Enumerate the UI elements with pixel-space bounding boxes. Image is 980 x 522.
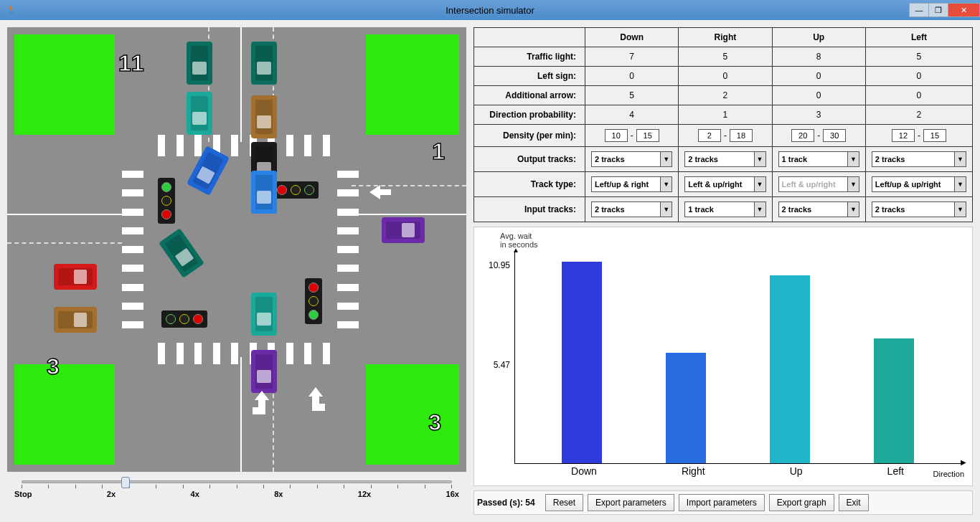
density-input[interactable] [923, 129, 946, 142]
export-graph-button[interactable]: Export graph [769, 494, 834, 511]
chevron-down-icon: ▼ [954, 177, 966, 191]
close-button[interactable]: ✕ [948, 3, 980, 17]
track-type-select[interactable]: Left/up & right▼ [591, 176, 672, 192]
minimize-button[interactable]: — [909, 3, 929, 17]
chevron-down-icon: ▼ [847, 177, 859, 191]
input-tracks-select[interactable]: 2 tracks▼ [872, 201, 966, 217]
exit-button[interactable]: Exit [839, 494, 869, 511]
chevron-down-icon: ▼ [660, 177, 672, 191]
passed-label: Passed (s): 54 [477, 498, 535, 508]
export-params-button[interactable]: Export parameters [588, 494, 674, 511]
titlebar: Intersection simulator — ❐ ✕ [0, 0, 980, 20]
slider-labels: Stop2x4x8x12x16x [14, 490, 459, 498]
road-arrow-icon [366, 181, 395, 203]
chart-x-labels: Down Right Up Left [514, 465, 961, 478]
track-type-select: Left & up/right▼ [778, 176, 859, 192]
density-input[interactable] [892, 129, 915, 142]
chart-bar [562, 262, 602, 463]
input-tracks-select[interactable]: 2 tracks▼ [778, 201, 859, 217]
density-input[interactable] [823, 129, 846, 142]
track-type-select[interactable]: Left/up & up/right▼ [872, 176, 966, 192]
chart-title: Avg. wait in seconds [500, 232, 968, 249]
chart-bar [770, 275, 810, 463]
reset-button[interactable]: Reset [545, 494, 583, 511]
output-tracks-select[interactable]: 2 tracks▼ [684, 151, 765, 167]
simulation-canvas: 11 1 3 3 [7, 27, 466, 472]
output-tracks-select[interactable]: 2 tracks▼ [872, 151, 966, 167]
track-type-select[interactable]: Left & up/right▼ [684, 176, 765, 192]
density-input[interactable] [698, 129, 721, 142]
corner-count-tr: 1 [432, 138, 445, 165]
chart-x-axis-label: Direction [933, 470, 964, 478]
chevron-down-icon: ▼ [847, 152, 859, 166]
chart-y-axis: 10.95 5.47 [479, 252, 513, 464]
corner-count-bl: 3 [47, 353, 60, 380]
maximize-button[interactable]: ❐ [928, 3, 948, 17]
chevron-down-icon: ▼ [660, 152, 672, 166]
corner-count-br: 3 [428, 409, 441, 436]
density-input[interactable] [605, 129, 628, 142]
slider-thumb[interactable] [121, 477, 130, 488]
chevron-down-icon: ▼ [954, 202, 966, 217]
output-tracks-select[interactable]: 1 track▼ [778, 151, 859, 167]
corner-count-tl: 11 [118, 50, 144, 77]
chevron-down-icon: ▼ [754, 152, 765, 166]
speed-slider[interactable] [22, 480, 452, 483]
road-arrow-icon [305, 386, 326, 414]
chevron-down-icon: ▼ [847, 202, 859, 217]
output-tracks-select[interactable]: 2 tracks▼ [591, 151, 672, 167]
import-params-button[interactable]: Import parameters [679, 494, 765, 511]
input-tracks-select[interactable]: 2 tracks▼ [591, 201, 672, 217]
window-title: Intersection simulator [446, 5, 534, 16]
chart-bar [666, 353, 706, 463]
chevron-down-icon: ▼ [754, 202, 765, 217]
wait-time-chart: Avg. wait in seconds 10.95 5.47 ▲ ▶ Down… [473, 227, 973, 486]
chart-bar [874, 338, 914, 463]
chevron-down-icon: ▼ [660, 202, 672, 217]
density-input[interactable] [791, 129, 814, 142]
parameters-table: DownRightUpLeft Traffic light:7585 Left … [473, 27, 973, 222]
density-input[interactable] [730, 129, 753, 142]
chevron-down-icon: ▼ [754, 177, 765, 191]
java-icon [6, 4, 17, 16]
chevron-down-icon: ▼ [954, 152, 966, 166]
density-input[interactable] [636, 129, 659, 142]
input-tracks-select[interactable]: 1 track▼ [684, 201, 765, 217]
road-arrow-icon [251, 389, 276, 418]
